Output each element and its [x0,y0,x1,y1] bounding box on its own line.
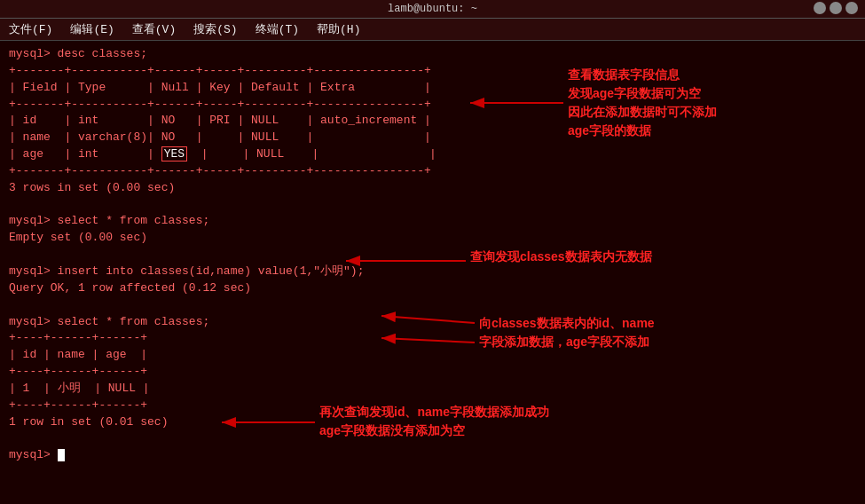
terminal-line-25: mysql> [9,447,856,464]
terminal-line-16 [9,297,856,314]
terminal-line-12: Empty set (0.00 sec) [9,230,856,247]
terminal-line-18: +----+------+------+ [9,330,856,347]
terminal-line-8: +-------+-----------+------+-----+------… [9,163,856,180]
terminal-line-21: | 1 | 小明 | NULL | [9,381,856,398]
terminal-line-23: 1 row in set (0.01 sec) [9,414,856,431]
menu-view[interactable]: 查看(V) [130,20,177,38]
terminal-line-4: +-------+-----------+------+-----+------… [9,97,856,114]
menu-file[interactable]: 文件(F) [7,20,54,38]
terminal-line-22: +----+------+------+ [9,398,856,414]
terminal-line-5: | id | int | NO | PRI | NULL | auto_incr… [9,113,856,130]
terminal-line-3: | Field | Type | Null | Key | Default | … [9,80,856,97]
minimize-button[interactable] [814,2,826,14]
menu-bar: 文件(F) 编辑(E) 查看(V) 搜索(S) 终端(T) 帮助(H) [0,19,865,41]
menu-edit[interactable]: 编辑(E) [68,20,115,38]
terminal: mysql> desc classes; +-------+----------… [0,41,865,502]
terminal-line-24 [9,430,856,447]
window-title: lamb@ubuntu: ~ [388,3,477,15]
window-controls[interactable] [814,2,858,14]
terminal-line-11: mysql> select * from classes; [9,213,856,230]
terminal-line-17: mysql> select * from classes; [9,314,856,331]
menu-terminal[interactable]: 终端(T) [254,20,301,38]
title-bar: lamb@ubuntu: ~ [0,0,865,19]
menu-search[interactable]: 搜索(S) [192,20,239,38]
terminal-line-19: | id | name | age | [9,347,856,364]
terminal-line-15: Query OK, 1 row affected (0.12 sec) [9,280,856,297]
terminal-line-7: | age | int | YES | | NULL | | [9,146,856,163]
terminal-line-13 [9,247,856,264]
terminal-line-10 [9,197,856,214]
terminal-line-6: | name | varchar(8)| NO | | NULL | | [9,130,856,146]
maximize-button[interactable] [830,2,842,14]
terminal-line-9: 3 rows in set (0.00 sec) [9,180,856,197]
close-button[interactable] [845,2,858,14]
terminal-line-2: +-------+-----------+------+-----+------… [9,63,856,80]
terminal-line-20: +----+------+------+ [9,364,856,381]
terminal-cursor [58,449,65,461]
menu-help[interactable]: 帮助(H) [315,20,362,38]
terminal-line-1: mysql> desc classes; [9,46,856,63]
yes-highlight: YES [161,146,187,161]
terminal-line-14: mysql> insert into classes(id,name) valu… [9,264,856,280]
